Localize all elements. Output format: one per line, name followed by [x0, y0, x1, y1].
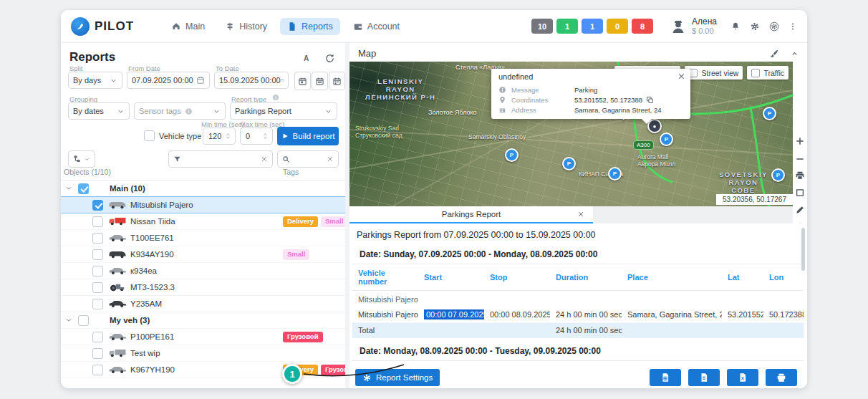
tree-vehicle-row[interactable]: K934AY190Small — [61, 246, 345, 263]
print-map-button[interactable] — [795, 170, 805, 181]
vehicle-checkbox[interactable] — [92, 365, 103, 375]
parkings-report-tab[interactable]: Parkings Report — [349, 206, 593, 223]
quick-range-month-button[interactable] — [329, 72, 345, 90]
group-checkbox[interactable] — [78, 315, 89, 326]
clear-filter-icon[interactable] — [261, 155, 268, 163]
kebab-menu-icon[interactable] — [789, 21, 797, 32]
column-header[interactable]: Place — [622, 264, 722, 291]
fit-bounds-button[interactable] — [795, 188, 805, 198]
column-header[interactable]: Lat — [722, 360, 763, 367]
tree-vehicle-row[interactable]: Y235AM — [61, 296, 345, 312]
report-settings-button[interactable]: Report Settings — [355, 369, 440, 386]
zoom-in-button[interactable] — [795, 136, 805, 146]
traffic-checkbox[interactable]: Traffic — [747, 66, 789, 80]
grouping-select[interactable]: By dates — [68, 102, 130, 120]
tree-vehicle-row[interactable]: Mitsubishi Pajero — [61, 196, 345, 213]
column-header[interactable]: Stop — [484, 264, 550, 291]
column-header[interactable]: Duration — [550, 264, 622, 291]
search-objects-input[interactable] — [277, 150, 339, 168]
system-gear-icon[interactable] — [769, 21, 779, 32]
street-view-checkbox[interactable]: Street view — [685, 66, 743, 80]
spinner-arrows-icon[interactable] — [224, 131, 232, 141]
quick-range-day-button[interactable] — [294, 72, 311, 90]
settings-gear-icon[interactable] — [750, 21, 760, 32]
export-pdf-button[interactable] — [727, 369, 758, 386]
export-file-button[interactable] — [688, 369, 720, 386]
clear-search-icon[interactable] — [327, 155, 334, 163]
parking-marker[interactable]: P — [763, 107, 776, 120]
expand-caret-icon[interactable] — [65, 317, 72, 324]
map-canvas[interactable]: Стелла «Ладья»LENINSKIY RAYON ЛЕНИНСКИЙ … — [349, 62, 793, 206]
from-date-input[interactable]: 07.09.2025 00:00 — [127, 72, 210, 89]
column-header[interactable]: Stop — [484, 360, 550, 367]
column-header[interactable]: Start — [418, 360, 484, 367]
close-tab-icon[interactable] — [577, 211, 584, 218]
vehicle-checkbox[interactable] — [92, 249, 103, 260]
parking-marker[interactable]: P — [505, 148, 519, 162]
spinner-arrows-icon[interactable] — [261, 131, 269, 141]
to-date-input[interactable]: 15.09.2025 00:00 — [214, 72, 289, 89]
column-header[interactable]: Lon — [763, 264, 804, 291]
build-report-button[interactable]: Build report — [277, 127, 339, 145]
vehicle-checkbox[interactable] — [92, 266, 103, 277]
report-type-select[interactable]: Parkings Report — [230, 102, 337, 120]
pilot-logo[interactable]: PILOT — [71, 17, 134, 36]
tree-vehicle-row[interactable]: T100EE761 — [61, 230, 345, 246]
parking-marker[interactable]: P — [608, 167, 622, 181]
tags-filter-input[interactable] — [168, 150, 273, 168]
report-data-row[interactable]: Mitsubishi Pajero00:00 07.09.202500:00 0… — [352, 307, 804, 323]
tree-vehicle-row[interactable]: K967YH190DeliveryГрузовой — [61, 362, 345, 378]
status-badge[interactable]: 10 — [531, 19, 553, 34]
tree-group-row[interactable]: Main (10) — [61, 181, 345, 197]
column-header[interactable]: Vehicle number — [352, 360, 418, 367]
tree-vehicle-row[interactable]: Nissan TiidaDeliverySmall — [61, 213, 345, 230]
sensor-tags-select[interactable]: Sensor tags — [134, 102, 226, 120]
status-badge[interactable]: 0 — [607, 19, 628, 34]
min-time-input[interactable]: 120 — [203, 128, 236, 145]
parking-marker[interactable]: P — [660, 133, 673, 146]
parking-marker[interactable]: P — [562, 157, 576, 170]
collapse-map-icon[interactable] — [791, 49, 799, 59]
tree-view-mode-button[interactable] — [68, 150, 95, 168]
max-time-input[interactable]: 0 — [240, 128, 273, 145]
measure-draw-button[interactable] — [795, 205, 805, 215]
export-xls-button[interactable] — [650, 369, 681, 386]
expand-caret-icon[interactable] — [65, 185, 72, 192]
quick-range-week-button[interactable] — [312, 72, 328, 90]
nav-tab-history[interactable]: History — [218, 18, 274, 35]
nav-tab-main[interactable]: Main — [164, 18, 212, 35]
tree-vehicle-row[interactable]: Test wip — [61, 345, 345, 362]
column-header[interactable]: Place — [622, 360, 722, 367]
status-badge[interactable]: 1 — [556, 19, 578, 34]
user-menu[interactable]: Алена $ 0.00 — [670, 17, 717, 36]
vehicle-type-checkbox[interactable] — [144, 130, 155, 141]
tree-vehicle-row[interactable]: P100PE161Грузовой — [61, 329, 345, 345]
print-report-button[interactable] — [766, 369, 797, 386]
vehicle-checkbox[interactable] — [92, 282, 103, 293]
report-scrollbar[interactable] — [801, 228, 805, 271]
column-header[interactable]: Vehicle number — [352, 264, 418, 291]
status-badge[interactable]: 8 — [632, 19, 653, 34]
column-header[interactable]: Duration — [550, 360, 622, 367]
column-header[interactable]: Lat — [722, 264, 763, 291]
vehicle-checkbox[interactable] — [92, 233, 103, 244]
column-header[interactable]: Start — [418, 264, 484, 291]
vehicle-checkbox[interactable] — [92, 348, 103, 359]
refresh-icon[interactable] — [324, 53, 335, 64]
tree-vehicle-row[interactable]: MT3-1523.3 — [61, 279, 345, 296]
clear-map-brush-icon[interactable] — [769, 49, 779, 59]
zoom-out-button[interactable] — [795, 154, 805, 164]
tree-vehicle-row[interactable]: к934ea — [61, 263, 345, 279]
tree-group-row[interactable]: My veh (3) — [61, 312, 345, 329]
group-checkbox[interactable] — [78, 183, 89, 194]
nav-tab-reports[interactable]: Reports — [280, 18, 340, 35]
vehicle-checkbox[interactable] — [92, 216, 103, 227]
popup-close-icon[interactable] — [677, 72, 685, 80]
notifications-bell-icon[interactable] — [730, 21, 741, 32]
parking-marker[interactable]: P — [771, 168, 785, 182]
copy-link-icon[interactable] — [646, 96, 654, 104]
column-header[interactable]: Lon — [763, 360, 804, 367]
status-badge[interactable]: 1 — [582, 19, 603, 34]
vehicle-checkbox[interactable] — [92, 332, 103, 342]
vehicle-checkbox[interactable] — [92, 200, 103, 211]
